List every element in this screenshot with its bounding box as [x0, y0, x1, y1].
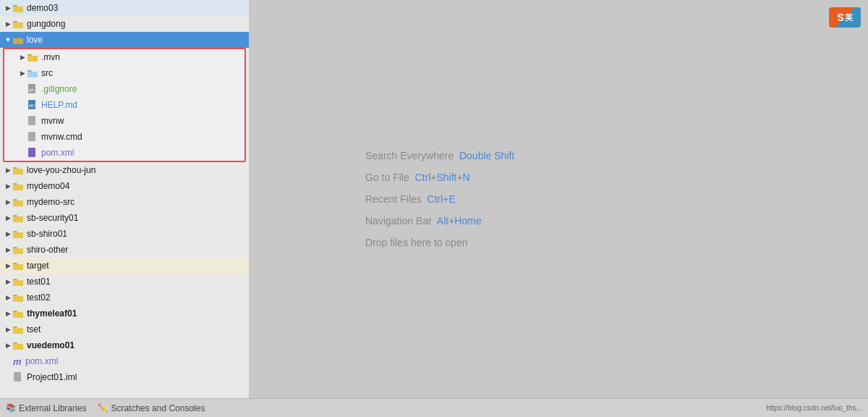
shortcut-search-everywhere: Search Everywhere Double Shift — [365, 150, 514, 161]
url-bar: https://blog.csdn.net/luo_ths... — [766, 404, 862, 412]
folder-icon-love — [13, 34, 25, 46]
shortcut-label-recent: Recent Files — [365, 193, 425, 205]
file-icon-mvnwcmd — [27, 131, 39, 143]
bottom-bar: 📚 External Libraries ✏️ Scratches and Co… — [0, 398, 868, 417]
sidebar-item-love[interactable]: love — [0, 32, 249, 48]
sidebar-label-mvnw: mvnw — [41, 113, 64, 129]
sidebar-item-mydemo-src[interactable]: mydemo-src — [0, 194, 249, 210]
shortcut-label-navbar: Navigation Bar — [365, 215, 435, 227]
shortcut-list: Search Everywhere Double Shift Go to Fil… — [365, 150, 514, 248]
shortcut-key-navbar: Alt+Home — [437, 215, 482, 227]
svg-text:m: m — [13, 356, 22, 366]
sidebar-item-mvnwcmd[interactable]: mvnw.cmd — [4, 129, 244, 145]
folder-icon-demo03 — [13, 2, 25, 14]
sidebar-item-thymeleaf01[interactable]: thymeleaf01 — [0, 306, 249, 321]
sidebar-item-shiro-other[interactable]: shiro-other — [0, 242, 249, 258]
external-libraries-icon: 📚 — [6, 403, 16, 413]
folder-icon-target — [13, 260, 25, 271]
external-libraries-label: External Libraries — [19, 403, 86, 413]
sidebar-label-tset: tset — [27, 321, 41, 337]
file-icon-project-iml — [13, 371, 25, 383]
sidebar-item-mydemo04[interactable]: mydemo04 — [0, 178, 249, 194]
shortcut-drop-files: Drop files here to open — [365, 237, 514, 248]
sidebar-item-src[interactable]: src — [4, 65, 244, 81]
sidebar-label-gungdong: gungdong — [27, 16, 65, 32]
scratches-and-consoles-item[interactable]: ✏️ Scratches and Consoles — [98, 403, 205, 413]
sidebar-label-sb-shiro01: sb-shiro01 — [27, 226, 67, 242]
sidebar-label-test01: test01 — [27, 274, 51, 290]
sidebar-label-thymeleaf01: thymeleaf01 — [27, 306, 77, 321]
sidebar-item-project-iml[interactable]: Project01.iml — [0, 369, 249, 385]
sidebar-item-pom-root[interactable]: m pom.xml — [0, 353, 249, 369]
shortcut-label-search: Search Everywhere — [365, 150, 456, 161]
file-icon-mvnw — [27, 115, 39, 127]
sidebar-label-love: love — [27, 32, 43, 48]
folder-icon-vuedemo01 — [13, 340, 25, 351]
folder-icon-mydemo04 — [13, 180, 25, 192]
shortcut-label-drop: Drop files here to open — [365, 237, 468, 248]
sidebar-label-project-iml: Project01.iml — [27, 369, 77, 385]
sidebar-item-gitignore[interactable]: git .gitignore — [4, 81, 244, 97]
sidebar-item-sb-security01[interactable]: sb-security01 — [0, 210, 249, 226]
sidebar-label-shiro-other: shiro-other — [27, 242, 68, 258]
shortcut-key-search: Double Shift — [459, 150, 514, 161]
file-icon-helpmd: MD — [27, 99, 39, 111]
main-container: demo03 gungdong love — [0, 0, 868, 398]
file-icon-pom-root: m — [13, 356, 23, 366]
folder-icon-mydemo-src — [13, 196, 25, 208]
shortcut-label-goto: Go to File — [365, 172, 412, 183]
sidebar-label-mvnwcmd: mvnw.cmd — [41, 129, 82, 145]
folder-icon-sb-security01 — [13, 212, 25, 224]
svg-text:MD: MD — [29, 104, 35, 108]
sidebar-item-sb-shiro01[interactable]: sb-shiro01 — [0, 226, 249, 242]
sidebar-label-gitignore: .gitignore — [41, 81, 77, 97]
sidebar-item-mvnw[interactable]: mvnw — [4, 113, 244, 129]
sidebar-label-pomxml-love: pom.xml — [41, 145, 74, 161]
folder-icon-sb-shiro01 — [13, 228, 25, 240]
folder-icon-tset — [13, 324, 25, 335]
scratches-label: Scratches and Consoles — [111, 403, 205, 413]
sidebar-label-demo03: demo03 — [27, 0, 58, 16]
sidebar-label-vuedemo01: vuedemo01 — [27, 337, 75, 353]
sidebar-item-tset[interactable]: tset — [0, 321, 249, 337]
folder-icon-love-you-zhou-jun — [13, 164, 25, 176]
external-libraries-item[interactable]: 📚 External Libraries — [6, 403, 86, 413]
sidebar[interactable]: demo03 gungdong love — [0, 0, 250, 398]
folder-icon-shiro-other — [13, 244, 25, 256]
folder-icon-test01 — [13, 276, 25, 287]
folder-icon-mvn — [27, 51, 39, 63]
folder-icon-test02 — [13, 292, 25, 303]
sidebar-label-src: src — [41, 65, 53, 81]
logo-s-icon: S — [837, 12, 843, 23]
folder-icon-src — [27, 67, 39, 79]
svg-rect-5 — [28, 132, 35, 141]
shortcut-key-recent: Ctrl+E — [427, 193, 456, 205]
sidebar-label-target: target — [27, 258, 49, 274]
sidebar-label-love-you-zhou-jun: love-you-zhou-jun — [27, 162, 95, 178]
sidebar-item-vuedemo01[interactable]: vuedemo01 — [0, 337, 249, 353]
logo-badge: S 英 — [829, 7, 861, 28]
sidebar-item-test02[interactable]: test02 — [0, 290, 249, 306]
folder-icon-gungdong — [13, 18, 25, 30]
sidebar-item-love-you-zhou-jun[interactable]: love-you-zhou-jun — [0, 162, 249, 178]
svg-rect-8 — [14, 372, 21, 382]
main-content: S 英 Search Everywhere Double Shift Go to… — [250, 0, 868, 398]
sidebar-label-helpmd: HELP.md — [41, 97, 77, 113]
svg-text:git: git — [29, 88, 34, 92]
sidebar-item-test01[interactable]: test01 — [0, 274, 249, 290]
logo-cn-text: 英 — [845, 12, 853, 23]
sidebar-item-target[interactable]: target — [0, 258, 249, 274]
sidebar-label-mydemo04: mydemo04 — [27, 178, 69, 194]
shortcut-key-goto: Ctrl+Shift+N — [414, 172, 469, 183]
sidebar-item-demo03[interactable]: demo03 — [0, 0, 249, 16]
sidebar-label-sb-security01: sb-security01 — [27, 210, 78, 226]
sidebar-item-gungdong[interactable]: gungdong — [0, 16, 249, 32]
sidebar-item-mvn[interactable]: .mvn — [4, 49, 244, 65]
sidebar-label-pom-root: pom.xml — [25, 353, 58, 369]
sidebar-item-pomxml-love[interactable]: pom.xml — [4, 145, 244, 161]
shortcut-navigation-bar: Navigation Bar Alt+Home — [365, 215, 514, 227]
file-icon-pomxml-love — [27, 147, 39, 159]
file-icon-gitignore: git — [27, 83, 39, 95]
sidebar-label-mydemo-src: mydemo-src — [27, 194, 75, 210]
sidebar-item-helpmd[interactable]: MD HELP.md — [4, 97, 244, 113]
